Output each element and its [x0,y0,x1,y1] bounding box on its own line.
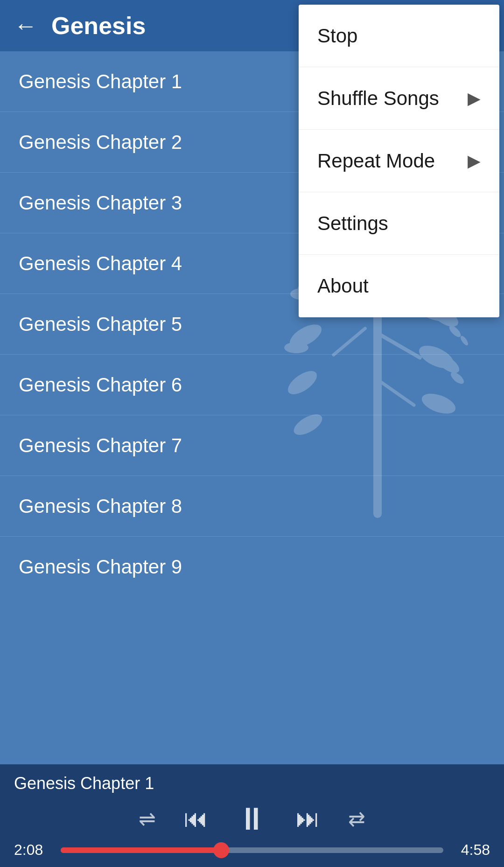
dropdown-item[interactable]: Repeat Mode▶ [299,130,499,192]
dropdown-item[interactable]: Shuffle Songs▶ [299,67,499,130]
dropdown-item[interactable]: About [299,255,499,317]
dropdown-item-label: About [317,275,369,297]
dropdown-item-label: Shuffle Songs [317,87,439,110]
dropdown-item-label: Stop [317,25,357,47]
chevron-right-icon: ▶ [468,89,481,108]
dropdown-menu: StopShuffle Songs▶Repeat Mode▶SettingsAb… [299,5,499,317]
dropdown-item-label: Settings [317,212,388,235]
dropdown-item[interactable]: Stop [299,5,499,67]
chevron-right-icon: ▶ [468,151,481,171]
dropdown-item-label: Repeat Mode [317,150,435,172]
dropdown-item[interactable]: Settings [299,192,499,255]
